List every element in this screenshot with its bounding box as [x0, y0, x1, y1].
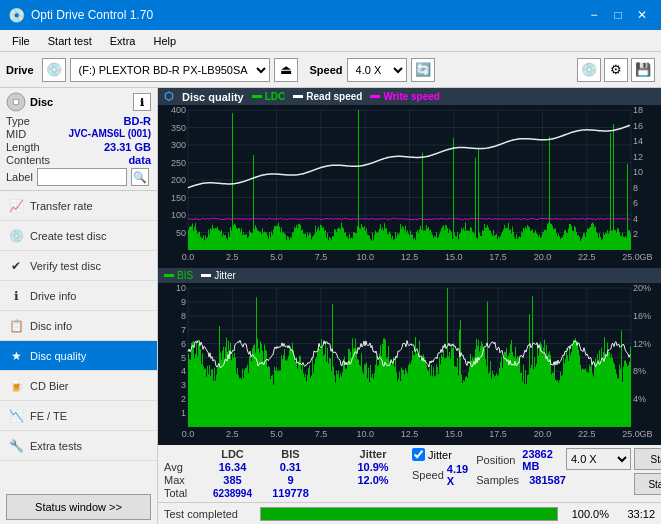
toolbar: Drive 💿 (F:) PLEXTOR BD-R PX-LB950SA 1.0… [0, 52, 661, 88]
label-label: Label [6, 171, 33, 183]
nav-item-extra-tests[interactable]: 🔧Extra tests [0, 431, 157, 461]
start-full-button[interactable]: Start full [634, 448, 661, 470]
nav-item-cd-bier[interactable]: 🍺CD Bier [0, 371, 157, 401]
extra-tests-icon: 🔧 [8, 438, 24, 454]
jitter-label: Jitter [428, 449, 452, 461]
nav-section: 📈Transfer rate💿Create test disc✔Verify t… [0, 191, 157, 490]
disc-info-btn[interactable]: ℹ [133, 93, 151, 111]
position-val: 23862 MB [522, 448, 566, 472]
total-bis: 119778 [263, 487, 318, 499]
avg-speed-val: 4.19 X [447, 463, 468, 487]
nav-item-disc-quality[interactable]: ★Disc quality [0, 341, 157, 371]
disc-icon [6, 92, 26, 112]
drive-label: Drive [6, 64, 34, 76]
contents-value: data [128, 154, 151, 166]
svg-point-1 [13, 99, 19, 105]
progress-bar-inner [261, 508, 557, 520]
menu-extra[interactable]: Extra [102, 30, 144, 51]
disc-info-label: Disc info [30, 320, 72, 332]
ldc-col-header: LDC [205, 448, 260, 460]
max-jitter: 12.0% [338, 474, 408, 486]
samples-label: Samples [476, 474, 526, 486]
disc-button[interactable]: 💿 [577, 58, 601, 82]
eject-button[interactable]: ⏏ [274, 58, 298, 82]
progress-time: 33:12 [615, 508, 655, 520]
bis-col-header: BIS [263, 448, 318, 460]
legend-read-speed: Read speed [293, 91, 362, 102]
nav-item-drive-info[interactable]: ℹDrive info [0, 281, 157, 311]
mid-label: MID [6, 128, 26, 140]
cd-bier-icon: 🍺 [8, 378, 24, 394]
disc-header: Disc [30, 96, 53, 108]
settings-button[interactable]: ⚙ [604, 58, 628, 82]
speed-label: Speed [310, 64, 343, 76]
cd-bier-label: CD Bier [30, 380, 69, 392]
bis-chart-header: BIS Jitter [158, 268, 661, 283]
sidebar: Disc ℹ Type BD-R MID JVC-AMS6L (001) Len… [0, 88, 158, 524]
minimize-button[interactable]: − [583, 4, 605, 26]
legend-ldc: LDC [252, 91, 286, 102]
stats-table: LDC BIS Jitter Avg 16.34 0.31 10.9% Max … [164, 448, 408, 499]
bis-chart [158, 283, 661, 445]
progress-status: Test completed [164, 508, 254, 520]
maximize-button[interactable]: □ [607, 4, 629, 26]
transfer-rate-icon: 📈 [8, 198, 24, 214]
create-test-disc-label: Create test disc [30, 230, 106, 242]
save-button[interactable]: 💾 [631, 58, 655, 82]
refresh-button[interactable]: 🔄 [411, 58, 435, 82]
transfer-rate-label: Transfer rate [30, 200, 93, 212]
jitter-col-header: Jitter [338, 448, 408, 460]
legend-write-speed: Write speed [370, 91, 440, 102]
drive-info-label: Drive info [30, 290, 76, 302]
nav-item-fe-te[interactable]: 📉FE / TE [0, 401, 157, 431]
status-window-button[interactable]: Status window >> [6, 494, 151, 520]
length-value: 23.31 GB [104, 141, 151, 153]
progress-bar-outer [260, 507, 558, 521]
menu-start-test[interactable]: Start test [40, 30, 100, 51]
close-button[interactable]: ✕ [631, 4, 653, 26]
label-input[interactable] [37, 168, 127, 186]
type-value: BD-R [124, 115, 152, 127]
jitter-checkbox[interactable] [412, 448, 425, 461]
fe-te-icon: 📉 [8, 408, 24, 424]
title-text: Opti Drive Control 1.70 [31, 8, 153, 22]
chart-header: ⬡ Disc quality LDC Read speed Write spee… [158, 88, 661, 105]
avg-ldc: 16.34 [205, 461, 260, 473]
label-search-button[interactable]: 🔍 [131, 168, 149, 186]
nav-item-create-test-disc[interactable]: 💿Create test disc [0, 221, 157, 251]
contents-label: Contents [6, 154, 50, 166]
menu-file[interactable]: File [4, 30, 38, 51]
type-label: Type [6, 115, 30, 127]
max-label: Max [164, 474, 202, 486]
nav-item-verify-test-disc[interactable]: ✔Verify test disc [0, 251, 157, 281]
progress-percent: 100.0% [564, 508, 609, 520]
chart-title: Disc quality [182, 91, 244, 103]
extra-tests-label: Extra tests [30, 440, 82, 452]
avg-jitter: 10.9% [338, 461, 408, 473]
drive-info-icon: ℹ [8, 288, 24, 304]
disc-panel: Disc ℹ Type BD-R MID JVC-AMS6L (001) Len… [0, 88, 157, 191]
nav-item-disc-info[interactable]: 📋Disc info [0, 311, 157, 341]
title-bar: 💿 Opti Drive Control 1.70 − □ ✕ [0, 0, 661, 30]
max-bis: 9 [263, 474, 318, 486]
jitter-speed-section: Jitter Speed 4.19 X Position 23862 MB Sa… [412, 448, 566, 499]
avg-bis: 0.31 [263, 461, 318, 473]
content-area: ⬡ Disc quality LDC Read speed Write spee… [158, 88, 661, 524]
start-part-button[interactable]: Start part [634, 473, 661, 495]
drive-select[interactable]: (F:) PLEXTOR BD-R PX-LB950SA 1.06 [70, 58, 270, 82]
menu-help[interactable]: Help [145, 30, 184, 51]
speed-select[interactable]: 4.0 X [347, 58, 407, 82]
right-controls: 4.0 X Start full Start part [566, 448, 661, 499]
mid-value: JVC-AMS6L (001) [68, 128, 151, 140]
position-block: Position 23862 MB Samples 381587 [476, 448, 566, 486]
disc-info-icon: 📋 [8, 318, 24, 334]
position-label: Position [476, 454, 519, 466]
samples-val: 381587 [529, 474, 566, 486]
disc-quality-icon: ★ [8, 348, 24, 364]
nav-item-transfer-rate[interactable]: 📈Transfer rate [0, 191, 157, 221]
test-speed-select[interactable]: 4.0 X [566, 448, 631, 470]
create-test-disc-icon: 💿 [8, 228, 24, 244]
avg-label: Avg [164, 461, 202, 473]
drive-icon: 💿 [42, 58, 66, 82]
total-ldc: 6238994 [205, 488, 260, 499]
